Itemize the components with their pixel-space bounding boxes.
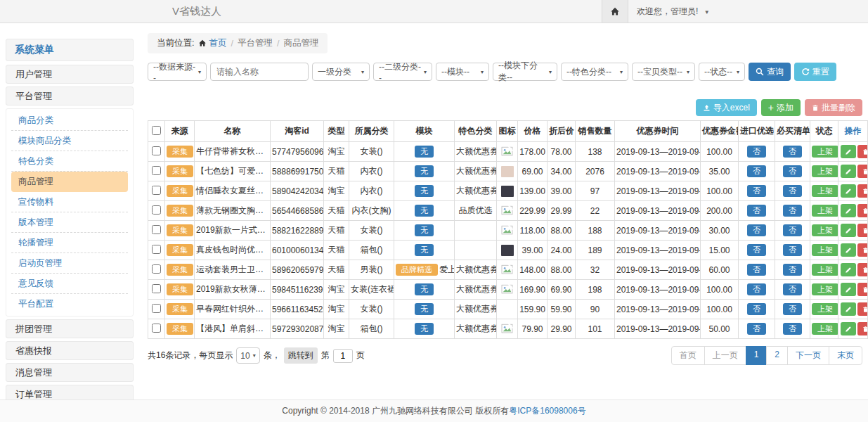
filter-name-input[interactable] (210, 63, 309, 81)
delete-button[interactable] (857, 224, 868, 237)
row-checkbox[interactable] (152, 205, 161, 215)
pager-item-1[interactable]: 上一页 (704, 346, 746, 365)
sidebar-group-0[interactable]: 拼团管理 (6, 319, 134, 338)
delete-button[interactable] (857, 145, 868, 158)
pager-item-0[interactable]: 首页 (671, 346, 705, 365)
table-row: 采集【七色纺】可爱纯棉家...588869917501天猫内衣()无大额优惠券6… (148, 162, 868, 181)
import-excel-button[interactable]: 导入excel (696, 99, 757, 116)
row-checkbox[interactable] (152, 304, 161, 313)
delete-button[interactable] (857, 283, 868, 296)
row-checkbox[interactable] (152, 166, 161, 175)
delete-button[interactable] (857, 322, 868, 335)
filter-select-7[interactable]: --宝贝类型--▾ (632, 63, 695, 81)
sidebar-subitem-6[interactable]: 轮播管理 (11, 233, 128, 253)
cell-must-buy: 否 (775, 241, 810, 260)
pager-item-5[interactable]: 末页 (829, 346, 862, 365)
sidebar-subitem-2[interactable]: 特色分类 (11, 151, 128, 172)
delete-button[interactable] (857, 302, 868, 316)
pager-current-page[interactable]: 1 (746, 346, 767, 365)
cell-category: 内衣(文胸) (349, 201, 394, 221)
delete-button[interactable] (857, 165, 868, 178)
delete-button[interactable] (857, 243, 868, 257)
filter-select-5[interactable]: --模块下分类--▾ (493, 63, 557, 81)
edit-button[interactable] (841, 145, 856, 158)
trash-icon (862, 207, 868, 215)
delete-button[interactable] (857, 204, 868, 217)
icp-link[interactable]: 粤ICP备16098006号 (509, 405, 585, 417)
cell-icon (497, 319, 518, 339)
cell-taoke-id: 589620659791 (271, 260, 324, 280)
edit-button[interactable] (841, 204, 856, 217)
cell-sales: 198 (576, 280, 615, 300)
edit-button[interactable] (841, 165, 856, 178)
filter-select-8[interactable]: --状态--▾ (699, 63, 745, 81)
edit-button[interactable] (841, 184, 856, 198)
row-checkbox[interactable] (152, 284, 161, 293)
delete-button[interactable] (857, 263, 868, 276)
delete-button[interactable] (857, 184, 868, 198)
add-button[interactable]: + 添加 (761, 99, 801, 116)
broken-image-icon (501, 324, 513, 334)
sidebar-group-1[interactable]: 省惠快报 (6, 341, 134, 360)
filter-select-0[interactable]: --数据来源--▾ (148, 63, 207, 81)
cell-ops (838, 319, 868, 339)
sidebar: 系统菜单 用户管理 平台管理 商品分类模块商品分类特色分类商品管理宣传物料版本管… (6, 39, 134, 422)
pager-item-3[interactable]: 2 (766, 346, 788, 365)
breadcrumb-home-link[interactable]: 首页 (198, 37, 226, 49)
filter-select-2[interactable]: 一级分类▾ (312, 63, 370, 81)
edit-button[interactable] (841, 243, 856, 257)
sidebar-group-platform[interactable]: 平台管理 (6, 87, 134, 106)
cell-icon (497, 142, 518, 162)
row-checkbox[interactable] (152, 146, 161, 155)
search-button[interactable]: 查询 (749, 63, 791, 81)
cell-ops (838, 201, 868, 221)
cell-imported: 否 (739, 300, 775, 319)
sidebar-subitem-1[interactable]: 模块商品分类 (11, 131, 128, 151)
breadcrumb-home-label: 首页 (209, 37, 226, 49)
row-checkbox[interactable] (152, 225, 161, 234)
cell-feature: 大额优惠券 (455, 300, 497, 319)
edit-button[interactable] (841, 263, 856, 276)
filter-select-4[interactable]: --模块--▾ (436, 63, 489, 81)
sidebar-group-users[interactable]: 用户管理 (6, 65, 134, 84)
home-button[interactable] (602, 0, 628, 23)
row-checkbox[interactable] (152, 245, 161, 254)
sidebar-subitem-5[interactable]: 版本管理 (11, 212, 128, 233)
edit-button[interactable] (841, 322, 856, 335)
filter-select-3[interactable]: --二级分类--▾ (373, 63, 432, 81)
sidebar-subitem-8[interactable]: 意见反馈 (11, 274, 128, 294)
sidebar-subitem-4[interactable]: 宣传物料 (11, 192, 128, 212)
sidebar-subitem-0[interactable]: 商品分类 (11, 110, 128, 131)
edit-button[interactable] (841, 224, 856, 237)
pager: 首页上一页12下一页末页 (671, 346, 862, 365)
row-checkbox[interactable] (152, 264, 161, 274)
batch-delete-button[interactable]: 批量删除 (805, 99, 862, 116)
per-page-select[interactable]: 10 ▾ (236, 347, 259, 364)
table-row: 采集运动套装男士卫衣初秋...589620659791天猫男装()品牌精选爱上运… (148, 260, 868, 280)
edit-button[interactable] (841, 283, 856, 296)
edit-icon (845, 207, 852, 215)
cell-coupon-amount: 100.00 (701, 181, 739, 201)
cell-sales: 189 (576, 241, 615, 260)
select-all-checkbox[interactable] (152, 126, 161, 135)
sidebar-group-2[interactable]: 消息管理 (6, 363, 134, 382)
cell-ops (838, 300, 868, 319)
col-header-7: 特色分类 (455, 121, 497, 142)
row-checkbox[interactable] (152, 324, 161, 333)
pager-item-4[interactable]: 下一页 (787, 346, 829, 365)
cell-type: 淘宝 (324, 300, 349, 319)
filter-select-6[interactable]: --特色分类--▾ (561, 63, 628, 81)
status-badge: 上架 (812, 323, 838, 335)
sidebar-subitem-7[interactable]: 启动页管理 (11, 253, 128, 274)
page-number-input[interactable] (333, 349, 353, 363)
reset-button[interactable]: 重置 (794, 63, 836, 81)
edit-button[interactable] (841, 302, 856, 316)
jump-button[interactable]: 跳转到 (284, 347, 318, 364)
status-badge: 上架 (812, 205, 838, 217)
user-menu[interactable]: 欢迎您，管理员! ▼ (637, 0, 710, 24)
sidebar-subitem-9[interactable]: 平台配置 (11, 294, 128, 314)
cell-status: 上架 (810, 181, 838, 201)
toolbar: 导入excel + 添加 批量删除 (148, 99, 862, 116)
row-checkbox[interactable] (152, 186, 161, 195)
sidebar-subitem-3[interactable]: 商品管理 (11, 172, 128, 192)
